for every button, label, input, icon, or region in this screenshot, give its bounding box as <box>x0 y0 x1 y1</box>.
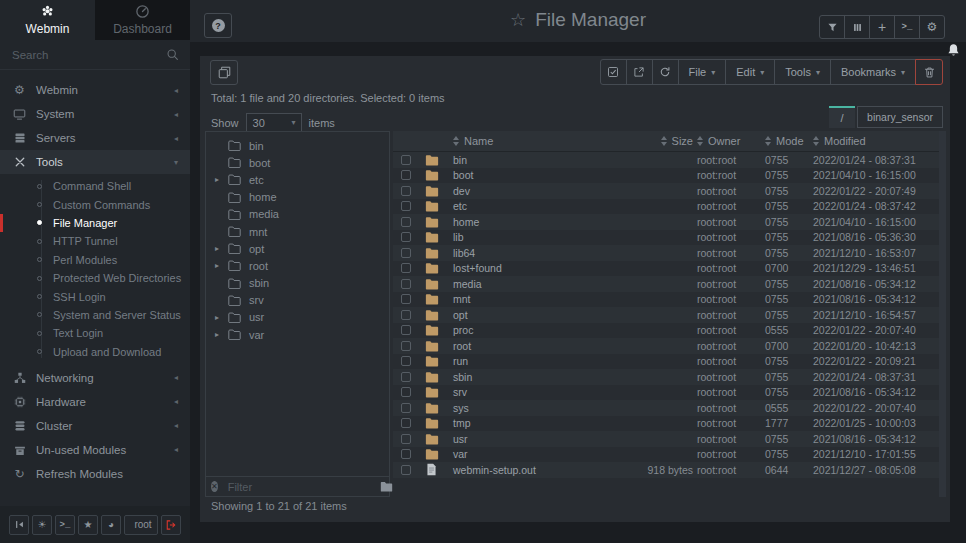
table-row[interactable]: etc root:root 0755 2022/01/24 - 08:37:42 <box>393 199 939 215</box>
sort-mode[interactable] <box>765 136 771 146</box>
page-size-select[interactable]: 30 ▾ <box>246 113 302 132</box>
user-button[interactable]: root <box>124 515 158 535</box>
row-checkbox[interactable] <box>401 356 411 366</box>
table-row[interactable]: home root:root 0755 2021/04/10 - 16:15:0… <box>393 214 939 230</box>
duplicate-tab-button[interactable] <box>210 60 238 85</box>
refresh-button[interactable] <box>652 59 679 85</box>
sidebar-item-networking[interactable]: Networking ◂ <box>0 366 190 390</box>
tree-item[interactable]: ▸ root <box>206 257 389 274</box>
menu-file[interactable]: File▾ <box>678 59 727 85</box>
tree-item[interactable]: home <box>206 189 389 206</box>
row-checkbox[interactable] <box>401 403 411 413</box>
terminal-button[interactable]: >_ <box>55 515 75 535</box>
collapse-sidebar-button[interactable] <box>9 515 29 535</box>
menu-edit[interactable]: Edit▾ <box>725 59 775 85</box>
tree-item[interactable]: srv <box>206 292 389 309</box>
file-name[interactable]: dev <box>453 185 603 197</box>
sidebar-subitem[interactable]: Upload and Download <box>0 343 190 361</box>
table-row[interactable]: usr root:root 0755 2021/08/16 - 05:34:12 <box>393 431 939 447</box>
table-row[interactable]: lost+found root:root 0700 2021/12/29 - 1… <box>393 261 939 277</box>
sidebar-subitem[interactable]: Custom Commands <box>0 195 190 213</box>
expand-icon[interactable]: ▸ <box>215 175 228 184</box>
shell-button[interactable]: >_ <box>894 15 920 39</box>
tree-item[interactable]: ▸ var <box>206 326 389 343</box>
table-row[interactable]: boot root:root 0755 2021/04/10 - 16:15:0… <box>393 168 939 184</box>
sidebar-item-webmin[interactable]: ⚙ Webmin ◂ <box>0 78 190 102</box>
row-checkbox[interactable] <box>401 263 411 273</box>
row-checkbox[interactable] <box>401 217 411 227</box>
clear-filter-icon[interactable]: ✕ <box>211 481 218 492</box>
breadcrumb-segment[interactable]: binary_sensor <box>857 106 943 128</box>
file-name[interactable]: home <box>453 216 603 228</box>
file-name[interactable]: boot <box>453 169 603 181</box>
file-name[interactable]: opt <box>453 309 603 321</box>
theme-button[interactable]: ☀ <box>32 515 52 535</box>
tree-item[interactable]: ▸ usr <box>206 309 389 326</box>
sort-owner[interactable] <box>697 136 703 146</box>
tree-item[interactable]: ▸ opt <box>206 240 389 257</box>
help-button[interactable]: ? <box>204 13 232 38</box>
table-row[interactable]: opt root:root 0755 2021/12/10 - 16:54:57 <box>393 307 939 323</box>
sidebar-subitem[interactable]: File Manager <box>0 214 190 232</box>
sidebar-subitem[interactable]: Protected Web Directories <box>0 269 190 287</box>
sort-name[interactable] <box>453 136 459 146</box>
expand-icon[interactable]: ▸ <box>215 313 228 322</box>
table-row[interactable]: tmp root:root 1777 2022/01/25 - 10:00:03 <box>393 416 939 432</box>
file-name[interactable]: etc <box>453 200 603 212</box>
table-row[interactable]: srv root:root 0755 2021/08/16 - 05:34:12 <box>393 385 939 401</box>
table-row[interactable]: proc root:root 0555 2022/01/22 - 20:07:4… <box>393 323 939 339</box>
tree-item[interactable]: bin <box>206 137 389 154</box>
tree-item[interactable]: boot <box>206 154 389 171</box>
row-checkbox[interactable] <box>401 372 411 382</box>
row-checkbox[interactable] <box>401 201 411 211</box>
sidebar-item-servers[interactable]: Servers ◂ <box>0 126 190 150</box>
file-name[interactable]: media <box>453 278 603 290</box>
sort-modified[interactable] <box>813 136 819 146</box>
sidebar-item-unused-modules[interactable]: Un-used Modules ◂ <box>0 438 190 462</box>
choose-folder-button[interactable] <box>380 481 393 492</box>
file-name[interactable]: var <box>453 448 603 460</box>
table-row[interactable]: var root:root 0755 2021/12/10 - 17:01:55 <box>393 447 939 463</box>
sidebar-subitem[interactable]: Command Shell <box>0 177 190 195</box>
sidebar-item-system[interactable]: System ◂ <box>0 102 190 126</box>
tree-filter-input[interactable] <box>228 481 370 493</box>
row-checkbox[interactable] <box>401 449 411 459</box>
file-name[interactable]: lib <box>453 231 603 243</box>
sidebar-subitem[interactable]: HTTP Tunnel <box>0 232 190 250</box>
file-name[interactable]: lib64 <box>453 247 603 259</box>
row-checkbox[interactable] <box>401 310 411 320</box>
table-scrollbar[interactable] <box>939 131 946 497</box>
menu-tools[interactable]: Tools▾ <box>774 59 831 85</box>
row-checkbox[interactable] <box>401 294 411 304</box>
tree-item[interactable]: sbin <box>206 275 389 292</box>
file-name[interactable]: lost+found <box>453 262 603 274</box>
tree-item[interactable]: mnt <box>206 223 389 240</box>
select-all-button[interactable] <box>600 59 627 85</box>
file-name[interactable]: usr <box>453 433 603 445</box>
file-name[interactable]: bin <box>453 154 603 166</box>
table-row[interactable]: root root:root 0700 2022/01/20 - 10:42:1… <box>393 338 939 354</box>
settings-button[interactable]: ⚙ <box>919 15 945 39</box>
file-name[interactable]: proc <box>453 324 603 336</box>
file-name[interactable]: sys <box>453 402 603 414</box>
file-name[interactable]: tmp <box>453 417 603 429</box>
sidebar-subitem[interactable]: Perl Modules <box>0 251 190 269</box>
file-name[interactable]: root <box>453 340 603 352</box>
menu-bookmarks[interactable]: Bookmarks▾ <box>830 59 916 85</box>
row-checkbox[interactable] <box>401 186 411 196</box>
sidebar-subitem[interactable]: SSH Login <box>0 287 190 305</box>
table-row[interactable]: dev root:root 0755 2022/01/22 - 20:07:49 <box>393 183 939 199</box>
add-button[interactable]: + <box>869 15 895 39</box>
file-name[interactable]: sbin <box>453 371 603 383</box>
tree-item[interactable]: ▸ etc <box>206 171 389 188</box>
table-row[interactable]: mnt root:root 0755 2021/08/16 - 05:34:12 <box>393 292 939 308</box>
row-checkbox[interactable] <box>401 232 411 242</box>
row-checkbox[interactable] <box>401 341 411 351</box>
search-icon[interactable] <box>166 48 179 61</box>
stats-button[interactable]: ◕ <box>101 515 121 535</box>
sort-size[interactable] <box>661 136 667 146</box>
columns-button[interactable] <box>844 15 870 39</box>
table-row[interactable]: webmin-setup.out 918 bytes root:root 064… <box>393 462 939 478</box>
sidebar-item-refresh-modules[interactable]: ↻ Refresh Modules <box>0 462 190 486</box>
tab-webmin[interactable]: Webmin <box>0 0 95 40</box>
